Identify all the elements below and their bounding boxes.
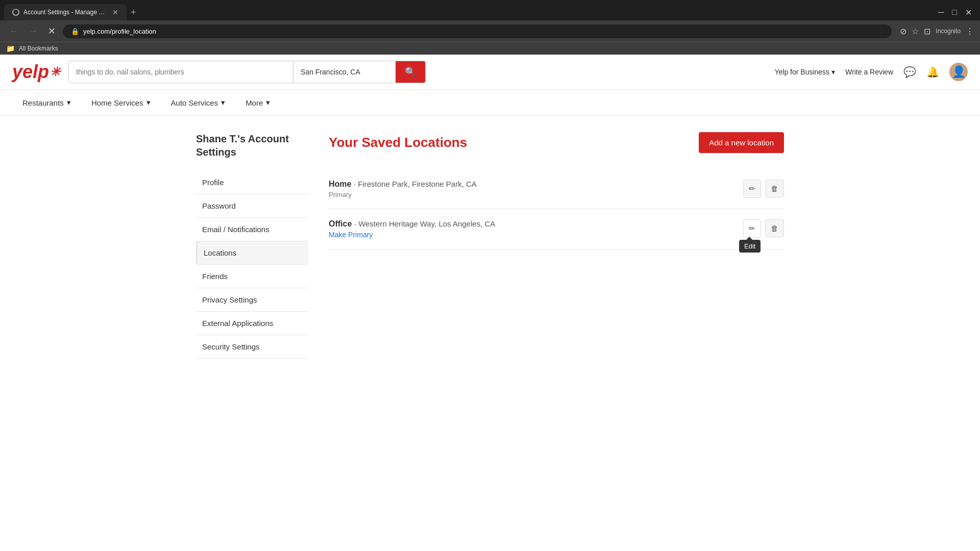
yelp-logo[interactable]: yelp✳ [12, 61, 60, 83]
location-address-office: · Western Heritage Way, Los Angeles, CA [354, 219, 496, 228]
reload-button[interactable]: ✕ [45, 23, 59, 39]
home-services-chevron-icon: ▾ [146, 98, 151, 107]
sidebar-link-email-notifications[interactable]: Email / Notifications [196, 218, 308, 241]
location-badge-home: Primary [329, 191, 477, 198]
tab-loading-spinner [12, 9, 19, 16]
sidebar-link-profile[interactable]: Profile [196, 171, 308, 194]
extensions-icon[interactable]: ⋮ [966, 27, 974, 36]
window-controls: ─ □ ✕ [938, 8, 976, 17]
sidebar-item-external-applications[interactable]: External Applications [196, 312, 308, 335]
location-info-home: Home · Firestone Park, Firestone Park, C… [329, 180, 477, 198]
cast-icon[interactable]: ⊘ [900, 27, 906, 36]
nav-auto-services[interactable]: Auto Services ▾ [161, 90, 236, 115]
location-info-office: Office · Western Heritage Way, Los Angel… [329, 219, 495, 239]
nav-more[interactable]: More ▾ [235, 90, 280, 115]
forward-button[interactable]: → [26, 24, 41, 39]
location-input[interactable] [293, 61, 396, 83]
sidebar-item-locations[interactable]: Locations [196, 241, 308, 265]
location-actions-office: ✏ 🗑 Edit ↖ [743, 219, 784, 238]
close-window-button[interactable]: ✕ [965, 8, 972, 17]
yelp-for-business-link[interactable]: Yelp for Business ▾ [774, 68, 835, 76]
logo-burst: ✳ [50, 65, 60, 79]
sidebar-nav: Profile Password Email / Notifications L… [196, 171, 308, 359]
tab-close-button[interactable]: ✕ [112, 8, 118, 16]
sidebar-link-locations[interactable]: Locations [198, 241, 308, 264]
location-name-home: Home [329, 180, 351, 188]
sidebar: Shane T.'s Account Settings Profile Pass… [196, 132, 308, 359]
edit-tooltip: Edit [739, 240, 761, 253]
yelp-nav: Restaurants ▾ Home Services ▾ Auto Servi… [0, 90, 980, 116]
sidebar-item-security-settings[interactable]: Security Settings [196, 335, 308, 359]
profile-circle-icon[interactable]: ⊡ [924, 27, 930, 36]
content-title: Your Saved Locations [329, 135, 467, 151]
page-container: Shane T.'s Account Settings Profile Pass… [184, 116, 796, 375]
sidebar-link-password[interactable]: Password [196, 194, 308, 217]
security-icon: 🔒 [71, 28, 79, 35]
sidebar-item-password[interactable]: Password [196, 194, 308, 218]
add-location-button[interactable]: Add a new location [699, 132, 784, 153]
location-item-office: Office · Western Heritage Way, Los Angel… [329, 209, 784, 249]
sidebar-link-security-settings[interactable]: Security Settings [196, 335, 308, 358]
write-review-link[interactable]: Write a Review [845, 68, 893, 76]
header-actions: Yelp for Business ▾ Write a Review 💬 🔔 👤 [774, 63, 968, 81]
incognito-label: Incognito [936, 28, 961, 35]
edit-office-button[interactable]: ✏ [743, 219, 761, 238]
browser-toolbar: ← → ✕ 🔒 yelp.com/profile_location ⊘ ☆ ⊡ … [0, 20, 980, 42]
tab-bar: Account Settings - Manage You ✕ + ─ □ ✕ [0, 0, 980, 20]
new-tab-button[interactable]: + [127, 5, 140, 20]
content-header: Your Saved Locations Add a new location [329, 132, 784, 153]
location-item-home: Home · Firestone Park, Firestone Park, C… [329, 169, 784, 209]
sidebar-account-title: Shane T.'s Account Settings [196, 132, 308, 159]
sidebar-item-friends[interactable]: Friends [196, 265, 308, 288]
minimize-button[interactable]: ─ [938, 8, 944, 17]
yelp-header: yelp✳ 🔍 Yelp for Business ▾ Write a Revi… [0, 55, 980, 90]
back-button[interactable]: ← [6, 24, 21, 39]
edit-home-button[interactable]: ✏ [743, 180, 761, 198]
sidebar-item-profile[interactable]: Profile [196, 171, 308, 194]
url-text: yelp.com/profile_location [83, 28, 884, 35]
maximize-button[interactable]: □ [952, 8, 957, 17]
active-tab[interactable]: Account Settings - Manage You ✕ [4, 4, 127, 20]
notifications-icon[interactable]: 🔔 [926, 66, 939, 78]
nav-home-services[interactable]: Home Services ▾ [81, 90, 161, 115]
chat-icon[interactable]: 💬 [903, 66, 916, 78]
sidebar-item-privacy-settings[interactable]: Privacy Settings [196, 288, 308, 312]
browser-chrome: Account Settings - Manage You ✕ + ─ □ ✕ … [0, 0, 980, 55]
make-primary-link[interactable]: Make Primary [329, 231, 495, 239]
address-bar[interactable]: 🔒 yelp.com/profile_location [63, 24, 892, 38]
location-actions-home: ✏ 🗑 [743, 180, 784, 198]
location-name-office: Office [329, 219, 352, 228]
delete-home-button[interactable]: 🗑 [765, 180, 784, 197]
logo-text: yelp [12, 61, 49, 83]
location-address-home: · Firestone Park, Firestone Park, CA [354, 180, 477, 188]
chevron-down-icon: ▾ [831, 68, 835, 76]
avatar[interactable]: 👤 [949, 63, 968, 81]
sidebar-item-email-notifications[interactable]: Email / Notifications [196, 218, 308, 241]
yelp-page: yelp✳ 🔍 Yelp for Business ▾ Write a Revi… [0, 55, 980, 375]
tab-title: Account Settings - Manage You [23, 9, 108, 16]
sidebar-link-friends[interactable]: Friends [196, 265, 308, 288]
delete-office-button[interactable]: 🗑 [765, 219, 784, 237]
bookmarks-bar: 📁 All Bookmarks [0, 42, 980, 55]
search-button[interactable]: 🔍 [396, 61, 425, 83]
sidebar-link-external-applications[interactable]: External Applications [196, 312, 308, 335]
sidebar-link-privacy-settings[interactable]: Privacy Settings [196, 288, 308, 311]
auto-services-chevron-icon: ▾ [221, 98, 225, 107]
search-input[interactable] [69, 61, 293, 83]
bookmark-star-icon[interactable]: ☆ [912, 27, 919, 36]
more-chevron-icon: ▾ [266, 98, 270, 107]
nav-restaurants[interactable]: Restaurants ▾ [12, 90, 81, 115]
restaurants-chevron-icon: ▾ [67, 98, 71, 107]
bookmarks-folder-icon: 📁 [6, 44, 15, 53]
toolbar-icons: ⊘ ☆ ⊡ Incognito ⋮ [900, 27, 974, 36]
search-container: 🔍 [68, 61, 426, 83]
all-bookmarks-link[interactable]: All Bookmarks [19, 45, 58, 52]
main-content: Your Saved Locations Add a new location … [329, 132, 784, 359]
